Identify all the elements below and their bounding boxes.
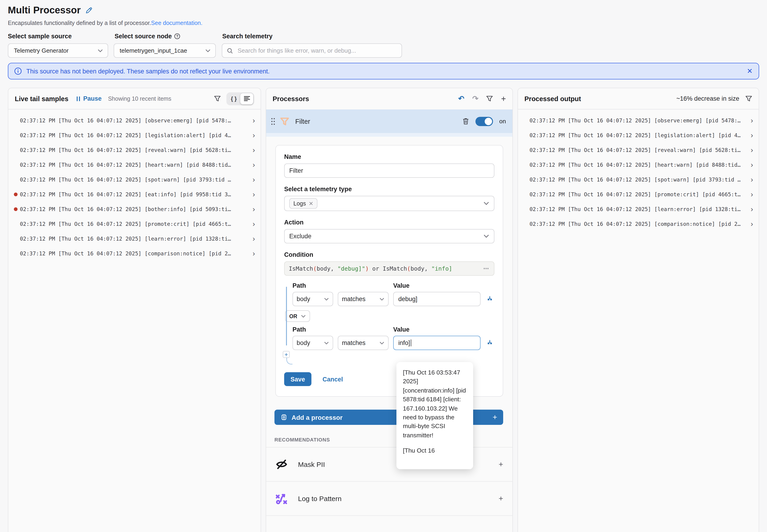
condition-builder: Path Value body matches debug] bbox=[284, 282, 495, 367]
list-item[interactable]: 02:37:12 PM [Thu Oct 16 04:07:12 2025] [… bbox=[8, 231, 260, 246]
list-item[interactable]: 02:37:12 PM [Thu Oct 16 04:07:12 2025] [… bbox=[8, 143, 260, 157]
pause-button[interactable]: Pause bbox=[76, 95, 102, 102]
chevron-right-icon: › bbox=[252, 220, 255, 228]
list-item[interactable]: 02:37:12 PM [Thu Oct 16 04:07:12 2025] [… bbox=[8, 187, 260, 202]
delete-processor-icon[interactable] bbox=[462, 118, 469, 125]
condition-expand-icon[interactable] bbox=[483, 266, 490, 271]
list-item[interactable]: 02:37:12 PM [Thu Oct 16 04:07:12 2025] [… bbox=[8, 128, 260, 143]
add-processor-plus-icon[interactable]: + bbox=[501, 95, 506, 103]
telemetry-chip-label: Logs bbox=[293, 200, 306, 207]
log-line: 02:37:12 PM [Thu Oct 16 04:07:12 2025] [… bbox=[20, 162, 250, 168]
save-button[interactable]: Save bbox=[284, 372, 311, 386]
redo-icon[interactable]: ↷ bbox=[472, 95, 479, 103]
list-item[interactable]: 02:37:12 PM [Thu Oct 16 04:07:12 2025] [… bbox=[8, 217, 260, 231]
list-item[interactable]: 02:37:12 PM [Thu Oct 16 04:07:12 2025] [… bbox=[518, 172, 759, 187]
value-input[interactable]: debug] bbox=[393, 292, 481, 306]
list-item[interactable]: 02:37:12 PM [Thu Oct 16 04:07:12 2025] [… bbox=[518, 217, 759, 231]
path-value: body bbox=[297, 296, 310, 302]
recommendation-mask-pii[interactable]: Mask PII + bbox=[266, 447, 513, 481]
log-line: 02:37:12 PM [Thu Oct 16 04:07:12 2025] [… bbox=[530, 162, 748, 168]
see-documentation-link[interactable]: See documentation. bbox=[151, 20, 202, 26]
list-item[interactable]: 02:37:12 PM [Thu Oct 16 04:07:12 2025] [… bbox=[518, 157, 759, 172]
path-select[interactable]: body bbox=[292, 292, 333, 306]
chevron-right-icon: › bbox=[751, 220, 753, 228]
list-item[interactable]: 02:37:12 PM [Thu Oct 16 04:07:12 2025] [… bbox=[518, 128, 759, 143]
chevron-down-icon bbox=[324, 297, 329, 301]
processor-row-filter[interactable]: Filter on bbox=[266, 109, 513, 133]
undo-icon[interactable]: ↶ bbox=[458, 95, 464, 103]
search-telemetry-box bbox=[222, 43, 402, 58]
chevron-right-icon: › bbox=[751, 132, 753, 139]
list-item[interactable]: 02:37:12 PM [Thu Oct 16 04:07:12 2025] [… bbox=[518, 143, 759, 157]
chevron-right-icon: › bbox=[751, 117, 753, 124]
processed-output-title: Processed output bbox=[525, 95, 581, 102]
log-line: 02:37:12 PM [Thu Oct 16 04:07:12 2025] [… bbox=[20, 147, 250, 153]
recommendation-log-to-pattern[interactable]: Log to Pattern + bbox=[266, 481, 513, 515]
filter-output-icon[interactable] bbox=[745, 95, 752, 102]
list-item[interactable]: 02:37:12 PM [Thu Oct 16 04:07:12 2025] [… bbox=[518, 113, 759, 128]
name-input[interactable]: Filter bbox=[284, 163, 495, 178]
processor-drop-strip bbox=[266, 133, 513, 137]
drag-handle-icon[interactable] bbox=[271, 117, 275, 125]
filter-samples-icon[interactable] bbox=[214, 95, 221, 102]
log-line: 02:37:12 PM [Thu Oct 16 04:07:12 2025] [… bbox=[530, 206, 748, 212]
search-telemetry-input[interactable] bbox=[236, 47, 397, 54]
chevron-right-icon: › bbox=[252, 132, 255, 139]
processor-enabled-toggle[interactable] bbox=[475, 117, 493, 126]
list-item[interactable]: 02:37:12 PM [Thu Oct 16 04:07:12 2025] [… bbox=[8, 246, 260, 261]
list-item[interactable]: 02:37:12 PM [Thu Oct 16 04:07:12 2025] [… bbox=[8, 113, 260, 128]
chevron-right-icon: › bbox=[751, 206, 753, 213]
path-value: body bbox=[297, 339, 310, 346]
chevron-right-icon: › bbox=[252, 146, 255, 154]
chevron-right-icon: › bbox=[252, 161, 255, 169]
list-view-button[interactable] bbox=[240, 93, 253, 104]
branch-condition-icon[interactable] bbox=[485, 295, 495, 303]
value-input-focused[interactable]: info] bbox=[393, 336, 481, 350]
view-mode-toggle: { } bbox=[226, 92, 254, 105]
add-processor-label: Add a processor bbox=[291, 414, 342, 421]
sample-source-select[interactable]: Telemetry Generator bbox=[8, 43, 108, 58]
json-view-button[interactable]: { } bbox=[227, 93, 240, 104]
joiner-select[interactable]: OR bbox=[285, 310, 310, 322]
chevron-down-icon bbox=[483, 234, 489, 238]
banner-close-icon[interactable]: ✕ bbox=[747, 67, 753, 75]
operator-select[interactable]: matches bbox=[338, 292, 389, 306]
live-tail-title: Live tail samples bbox=[15, 95, 68, 102]
list-item[interactable]: 02:37:12 PM [Thu Oct 16 04:07:12 2025] [… bbox=[8, 202, 260, 217]
tooltip-line: [Thu Oct 16 bbox=[403, 446, 467, 455]
recommendations-label: RECOMMENDATIONS bbox=[274, 437, 513, 442]
condition-expression[interactable]: IsMatch(body, "debug]") or IsMatch(body,… bbox=[284, 261, 495, 276]
chip-remove-icon[interactable]: ✕ bbox=[309, 200, 313, 207]
chevron-right-icon: › bbox=[751, 191, 753, 198]
processed-output-panel: Processed output ~16% decrease in size 0… bbox=[518, 88, 759, 532]
chevron-down-icon bbox=[379, 297, 385, 301]
log-line: 02:37:12 PM [Thu Oct 16 04:07:12 2025] [… bbox=[530, 176, 748, 183]
list-item[interactable]: 02:37:12 PM [Thu Oct 16 04:07:12 2025] [… bbox=[8, 157, 260, 172]
processors-title: Processors bbox=[272, 95, 309, 103]
processor-chip-icon bbox=[280, 414, 287, 421]
chevron-down-icon bbox=[324, 341, 329, 345]
path-select[interactable]: body bbox=[292, 336, 333, 350]
filter-processor-icon bbox=[279, 116, 290, 126]
operator-select[interactable]: matches bbox=[338, 336, 389, 350]
sample-source-label: Select sample source bbox=[8, 33, 115, 40]
list-item[interactable]: 02:37:12 PM [Thu Oct 16 04:07:12 2025] [… bbox=[518, 187, 759, 202]
code-segment: body, bbox=[411, 265, 431, 272]
log-pattern-icon bbox=[275, 492, 288, 505]
action-label: Action bbox=[284, 219, 495, 226]
add-recommendation-icon[interactable]: + bbox=[499, 460, 503, 469]
source-node-select[interactable]: telemetrygen_input_1cae bbox=[114, 43, 216, 58]
cancel-button[interactable]: Cancel bbox=[322, 376, 343, 383]
filter-processors-icon[interactable] bbox=[486, 96, 493, 102]
help-icon[interactable]: ? bbox=[174, 33, 180, 39]
telemetry-type-select[interactable]: Logs ✕ bbox=[284, 196, 495, 211]
list-item[interactable]: 02:37:12 PM [Thu Oct 16 04:07:12 2025] [… bbox=[8, 172, 260, 187]
add-recommendation-icon[interactable]: + bbox=[499, 494, 503, 503]
filter-edit-form: Name Filter Select a telemetry type Logs… bbox=[275, 145, 503, 397]
edit-title-pencil-icon[interactable] bbox=[85, 7, 92, 14]
add-condition-button[interactable]: + bbox=[283, 351, 290, 358]
branch-condition-icon[interactable] bbox=[485, 339, 495, 347]
list-item[interactable]: 02:37:12 PM [Thu Oct 16 04:07:12 2025] [… bbox=[518, 202, 759, 217]
action-select[interactable]: Exclude bbox=[284, 229, 495, 243]
code-segment: "info] bbox=[431, 265, 452, 272]
